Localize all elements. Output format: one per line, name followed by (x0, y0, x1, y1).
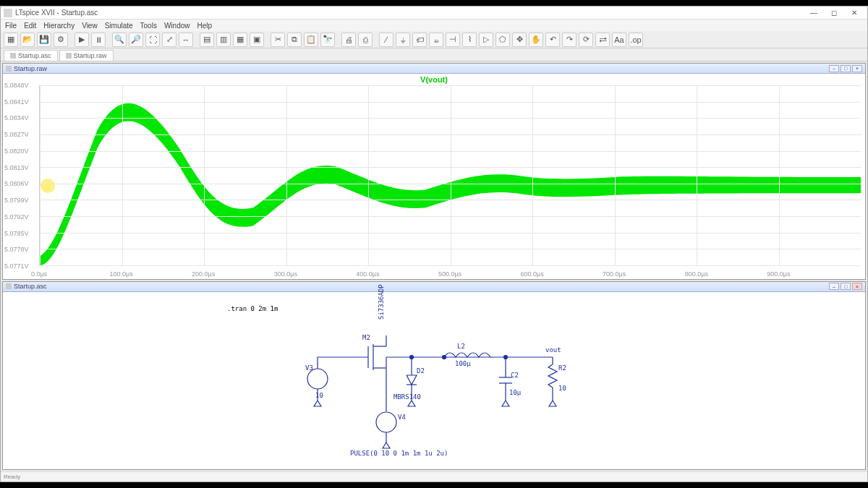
v3-value[interactable]: 10 (315, 392, 323, 399)
l2-label[interactable]: L2 (457, 343, 465, 350)
text-icon[interactable]: Aa (612, 33, 626, 47)
capacitor-icon[interactable]: ⊣ (446, 33, 460, 47)
menu-simulate[interactable]: Simulate (105, 22, 133, 30)
d2-label[interactable]: D2 (417, 367, 425, 374)
zoom-out-icon[interactable]: 🔎 (129, 33, 143, 47)
open-icon[interactable]: 📂 (20, 33, 35, 47)
document-tabs: Startup.asc Startup.raw (1, 48, 867, 61)
plot-area[interactable] (39, 85, 861, 266)
drag-icon[interactable]: ✋ (529, 33, 543, 47)
control-panel-icon[interactable]: ⚙ (54, 33, 68, 47)
spice-directive-icon[interactable]: .op (629, 33, 643, 47)
maximize-button[interactable]: ◻ (824, 8, 844, 18)
zoom-fit-icon[interactable]: ⤢ (162, 33, 176, 47)
pane-close-button[interactable]: × (852, 65, 862, 72)
y-tick-label: 5.0792V (4, 213, 29, 221)
paste-icon[interactable]: 📋 (304, 33, 318, 47)
redo-icon[interactable]: ↷ (562, 33, 576, 47)
x-tick-label: 900.0µs (767, 270, 790, 278)
wire-icon[interactable]: ∕ (379, 33, 393, 47)
undo-icon[interactable]: ↶ (545, 33, 560, 47)
label-net-icon[interactable]: 🏷 (412, 33, 427, 47)
d2-model[interactable]: MBRS140 (393, 393, 421, 401)
y-tick-label: 5.0820V (4, 147, 29, 155)
zoom-in-icon[interactable]: 🔍 (112, 33, 127, 47)
schematic-canvas[interactable]: .tran 0 2m 1m (3, 292, 865, 469)
tab-label: Startup.raw (74, 52, 107, 59)
mirror-icon[interactable]: ⮂ (595, 33, 610, 47)
y-tick-label: 5.0834V (4, 114, 29, 121)
zoom-area-icon[interactable]: ⛶ (145, 33, 160, 47)
waveform-pane-titlebar[interactable]: Startup.raw – □ × (3, 64, 865, 74)
menu-edit[interactable]: Edit (24, 22, 36, 30)
l2-value[interactable]: 100µ (455, 360, 471, 367)
waveform-icon (66, 53, 72, 59)
window-title: LTspice XVII - Startup.asc (15, 9, 98, 17)
ground-icon[interactable]: ⏚ (396, 33, 410, 47)
close-all-icon[interactable]: ▣ (250, 33, 264, 47)
pane-maximize-button[interactable]: □ (841, 283, 851, 290)
component-icon[interactable]: ⬠ (495, 33, 510, 47)
v3-label[interactable]: V3 (305, 364, 313, 372)
copy-icon[interactable]: ⧉ (287, 33, 302, 47)
pane-title: Startup.raw (14, 65, 47, 72)
r2-value[interactable]: 10 (558, 385, 566, 392)
c2-value[interactable]: 10µ (509, 389, 521, 396)
window-titlebar: LTspice XVII - Startup.asc — ◻ ✕ (1, 7, 867, 20)
c2-label[interactable]: C2 (511, 372, 519, 379)
print-setup-icon[interactable]: ⎙ (358, 33, 373, 47)
schematic-pane-titlebar[interactable]: Startup.asc – □ × (3, 282, 865, 292)
resistor-icon[interactable]: ⏛ (429, 33, 443, 47)
x-tick-label: 500.0µs (438, 270, 461, 278)
v4-value[interactable]: PULSE(0 10 0 1m 1m 1u 2u) (350, 450, 448, 457)
status-text: Ready (4, 474, 20, 480)
find-icon[interactable]: 🔭 (320, 33, 335, 47)
menu-help[interactable]: Help (197, 22, 213, 30)
rotate-icon[interactable]: ⟳ (579, 33, 593, 47)
pane-minimize-button[interactable]: – (829, 283, 839, 290)
y-tick-label: 5.0841V (4, 98, 29, 106)
tab-schematic[interactable]: Startup.asc (4, 50, 58, 61)
minimize-button[interactable]: — (804, 8, 824, 18)
waveform-plot[interactable]: V(vout) 5.0848V5.0841V5.0834V5.0827V5.08… (3, 74, 865, 279)
new-schematic-icon[interactable]: ▦ (4, 33, 18, 47)
m2-label[interactable]: M2 (362, 334, 370, 341)
diode-icon[interactable]: ▷ (479, 33, 493, 47)
menu-window[interactable]: Window (164, 22, 190, 30)
tab-label: Startup.asc (18, 52, 51, 59)
schematic-icon (10, 53, 16, 59)
x-tick-label: 600.0µs (520, 270, 543, 278)
pane-minimize-button[interactable]: – (829, 65, 839, 72)
workspace: Startup.raw – □ × V(vout) 5.0848V5.0841V… (1, 61, 867, 471)
x-tick-label: 400.0µs (356, 270, 379, 278)
y-tick-label: 5.0785V (4, 230, 29, 237)
x-tick-label: 800.0µs (685, 270, 708, 278)
toolbar: ▦ 📂 💾 ⚙ ▶ ⏸ 🔍 🔎 ⛶ ⤢ ↔ ▤ ▥ ▦ ▣ ✂ ⧉ 📋 🔭 🖨 … (1, 31, 867, 48)
pause-icon[interactable]: ⏸ (91, 33, 106, 47)
close-button[interactable]: ✕ (844, 8, 864, 18)
menu-file[interactable]: File (5, 22, 17, 30)
cut-icon[interactable]: ✂ (271, 33, 285, 47)
waveform-pane: Startup.raw – □ × V(vout) 5.0848V5.0841V… (2, 63, 866, 280)
run-icon[interactable]: ▶ (75, 33, 89, 47)
autorange-icon[interactable]: ↔ (179, 33, 193, 47)
menu-tools[interactable]: Tools (140, 22, 157, 30)
menu-view[interactable]: View (82, 22, 98, 30)
cascade-icon[interactable]: ▦ (233, 33, 247, 47)
menu-hierarchy[interactable]: Hierarchy (43, 22, 75, 30)
trace-label[interactable]: V(vout) (420, 75, 448, 84)
inductor-icon[interactable]: ⌇ (462, 33, 477, 47)
m2-model[interactable]: Si7336ADP (378, 284, 385, 320)
move-icon[interactable]: ✥ (512, 33, 527, 47)
save-icon[interactable]: 💾 (37, 33, 51, 47)
v4-label[interactable]: V4 (398, 414, 406, 421)
pane-maximize-button[interactable]: □ (841, 65, 851, 72)
pane-close-button[interactable]: × (852, 283, 862, 290)
y-tick-label: 5.0848V (4, 82, 29, 89)
tile-vert-icon[interactable]: ▥ (216, 33, 231, 47)
r2-label[interactable]: R2 (558, 364, 566, 372)
tile-horiz-icon[interactable]: ▤ (200, 33, 214, 47)
vout-net-label[interactable]: vout (545, 346, 561, 354)
tab-waveform[interactable]: Startup.raw (59, 50, 114, 61)
print-icon[interactable]: 🖨 (341, 33, 356, 47)
